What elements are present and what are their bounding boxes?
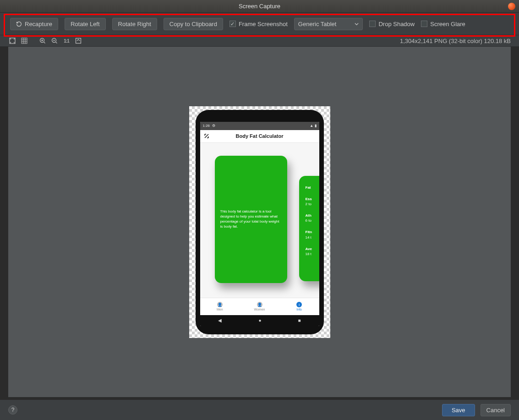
back-icon — [204, 133, 209, 139]
info-card-categories: Fat Ess2 to Ath6 to Fitn14 t Ave18 t — [299, 176, 319, 281]
actual-size-button[interactable]: 1:1 — [62, 37, 71, 45]
save-button[interactable]: Save — [442, 404, 475, 416]
main-toolbar: Recapture Rotate Left Rotate Right Copy … — [0, 13, 519, 35]
zoom-in-icon[interactable] — [38, 37, 47, 45]
preview-canvas[interactable]: 1:26 ⚙ ▲ ▮ Body Fat Calculator This body… — [8, 47, 511, 397]
app-title: Body Fat Calculator — [236, 133, 284, 139]
tablet-screen: 1:26 ⚙ ▲ ▮ Body Fat Calculator This body… — [200, 122, 319, 326]
help-icon[interactable]: ? — [8, 405, 17, 415]
close-icon[interactable] — [508, 3, 515, 10]
titlebar: Screen Capture — [0, 0, 519, 13]
person-icon: 👤 — [217, 302, 223, 307]
tab-info: i Info — [279, 298, 319, 315]
expand-icon[interactable] — [74, 37, 82, 45]
cancel-button[interactable]: Cancel — [481, 404, 511, 416]
zoom-toolbar: 1:1 1,304x2,141 PNG (32-bit color) 120.1… — [0, 35, 519, 47]
checkbox-box-icon: ✓ — [229, 21, 236, 27]
refresh-icon — [16, 21, 22, 27]
checkbox-box-icon — [369, 21, 376, 27]
dialog-footer: ? Save Cancel — [0, 400, 519, 420]
recapture-button[interactable]: Recapture — [10, 18, 58, 30]
info-card-main: This body fat calculator is a tool desig… — [215, 156, 287, 283]
checkbox-box-icon — [421, 21, 427, 27]
person-icon: 👤 — [257, 302, 262, 307]
nav-back-icon: ◀ — [218, 318, 222, 323]
info-card-text: This body fat calculator is a tool desig… — [220, 209, 282, 229]
chevron-down-icon — [355, 22, 359, 26]
screen-glare-checkbox[interactable]: Screen Glare — [421, 21, 465, 27]
tab-women: 👤 Women — [240, 298, 279, 315]
checkerboard-bg: 1:26 ⚙ ▲ ▮ Body Fat Calculator This body… — [189, 106, 330, 338]
app-body: This body fat calculator is a tool desig… — [200, 143, 319, 298]
tablet-frame: 1:26 ⚙ ▲ ▮ Body Fat Calculator This body… — [196, 110, 324, 334]
tab-men: 👤 Men — [200, 298, 240, 315]
zoom-out-icon[interactable] — [50, 37, 59, 45]
nav-recent-icon: ■ — [298, 318, 300, 323]
svg-rect-1 — [22, 38, 27, 44]
frame-screenshot-checkbox[interactable]: ✓ Frame Screenshot — [229, 21, 288, 27]
grid-icon[interactable] — [20, 37, 28, 45]
nav-home-icon: ● — [258, 318, 261, 323]
signal-battery-icon: ▲ ▮ — [310, 124, 316, 128]
app-bottom-tabs: 👤 Men 👤 Women i Info — [200, 298, 319, 315]
app-header: Body Fat Calculator — [200, 130, 319, 143]
copy-clipboard-button[interactable]: Copy to Clipboard — [164, 18, 223, 30]
android-statusbar: 1:26 ⚙ ▲ ▮ — [200, 122, 319, 130]
android-navbar: ◀ ● ■ — [200, 315, 319, 326]
rotate-left-button[interactable]: Rotate Left — [65, 18, 106, 30]
gear-icon: ⚙ — [212, 124, 215, 128]
rotate-right-button[interactable]: Rotate Right — [112, 18, 157, 30]
info-icon: i — [296, 302, 302, 307]
drop-shadow-checkbox[interactable]: Drop Shadow — [369, 21, 415, 27]
image-info-status: 1,304x2,141 PNG (32-bit color) 120.18 kB — [400, 38, 511, 44]
fit-screen-icon[interactable] — [8, 37, 16, 45]
window-title: Screen Capture — [239, 3, 280, 10]
device-dropdown[interactable]: Generic Tablet — [294, 18, 363, 30]
